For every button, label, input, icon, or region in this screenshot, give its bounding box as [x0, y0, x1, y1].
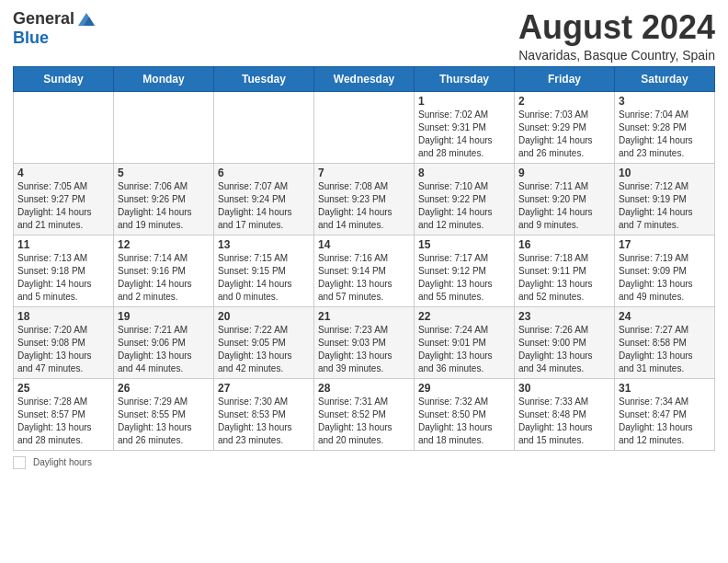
- day-number: 13: [218, 238, 310, 251]
- day-cell: 31Sunrise: 7:34 AM Sunset: 8:47 PM Dayli…: [615, 378, 715, 450]
- day-number: 12: [118, 238, 210, 251]
- day-info: Sunrise: 7:11 AM Sunset: 9:20 PM Dayligh…: [518, 180, 610, 232]
- day-info: Sunrise: 7:28 AM Sunset: 8:57 PM Dayligh…: [17, 396, 109, 447]
- day-header-saturday: Saturday: [615, 66, 715, 91]
- day-cell: 25Sunrise: 7:28 AM Sunset: 8:57 PM Dayli…: [14, 378, 114, 450]
- day-number: 14: [318, 238, 410, 251]
- day-info: Sunrise: 7:06 AM Sunset: 9:26 PM Dayligh…: [118, 180, 210, 232]
- day-info: Sunrise: 7:15 AM Sunset: 9:15 PM Dayligh…: [218, 252, 310, 304]
- week-row-3: 18Sunrise: 7:20 AM Sunset: 9:08 PM Dayli…: [14, 306, 715, 378]
- day-number: 24: [619, 310, 711, 323]
- day-cell: 22Sunrise: 7:24 AM Sunset: 9:01 PM Dayli…: [415, 306, 515, 378]
- day-cell: 21Sunrise: 7:23 AM Sunset: 9:03 PM Dayli…: [314, 306, 415, 378]
- day-info: Sunrise: 7:22 AM Sunset: 9:05 PM Dayligh…: [218, 324, 310, 375]
- day-number: 1: [418, 95, 510, 108]
- logo-general-text: General: [13, 10, 74, 29]
- day-info: Sunrise: 7:07 AM Sunset: 9:24 PM Dayligh…: [218, 180, 310, 232]
- day-header-thursday: Thursday: [415, 66, 515, 91]
- day-info: Sunrise: 7:26 AM Sunset: 9:00 PM Dayligh…: [518, 324, 610, 375]
- day-number: 25: [17, 382, 109, 395]
- page: General Blue August 2024 Navaridas, Basq…: [0, 0, 728, 563]
- day-info: Sunrise: 7:08 AM Sunset: 9:23 PM Dayligh…: [318, 180, 410, 232]
- day-info: Sunrise: 7:13 AM Sunset: 9:18 PM Dayligh…: [17, 252, 109, 304]
- day-number: 16: [518, 238, 610, 251]
- day-cell: 1Sunrise: 7:02 AM Sunset: 9:31 PM Daylig…: [415, 91, 515, 163]
- day-number: 19: [118, 310, 210, 323]
- day-cell: 30Sunrise: 7:33 AM Sunset: 8:48 PM Dayli…: [515, 378, 615, 450]
- day-cell: 26Sunrise: 7:29 AM Sunset: 8:55 PM Dayli…: [114, 378, 214, 450]
- week-row-4: 25Sunrise: 7:28 AM Sunset: 8:57 PM Dayli…: [14, 378, 715, 450]
- day-cell: 8Sunrise: 7:10 AM Sunset: 9:22 PM Daylig…: [415, 163, 515, 235]
- day-number: 22: [418, 310, 510, 323]
- day-number: 18: [17, 310, 109, 323]
- logo: General Blue: [13, 9, 97, 48]
- header: General Blue August 2024 Navaridas, Basq…: [13, 9, 715, 63]
- day-cell: 11Sunrise: 7:13 AM Sunset: 9:18 PM Dayli…: [14, 235, 114, 306]
- daylight-label: Daylight hours: [33, 457, 92, 467]
- day-info: Sunrise: 7:31 AM Sunset: 8:52 PM Dayligh…: [318, 396, 410, 447]
- day-header-monday: Monday: [114, 66, 214, 91]
- day-cell: 15Sunrise: 7:17 AM Sunset: 9:12 PM Dayli…: [415, 235, 515, 306]
- day-header-wednesday: Wednesday: [314, 66, 415, 91]
- daylight-box: [13, 456, 26, 469]
- day-info: Sunrise: 7:12 AM Sunset: 9:19 PM Dayligh…: [619, 180, 711, 232]
- day-cell: 2Sunrise: 7:03 AM Sunset: 9:29 PM Daylig…: [515, 91, 615, 163]
- day-cell: 4Sunrise: 7:05 AM Sunset: 9:27 PM Daylig…: [14, 163, 114, 235]
- calendar-table: SundayMondayTuesdayWednesdayThursdayFrid…: [13, 66, 715, 451]
- day-cell: [14, 91, 114, 163]
- day-number: 5: [118, 167, 210, 179]
- day-cell: 20Sunrise: 7:22 AM Sunset: 9:05 PM Dayli…: [214, 306, 314, 378]
- day-cell: 10Sunrise: 7:12 AM Sunset: 9:19 PM Dayli…: [615, 163, 715, 235]
- day-number: 21: [318, 310, 410, 323]
- day-cell: 12Sunrise: 7:14 AM Sunset: 9:16 PM Dayli…: [114, 235, 214, 306]
- day-number: 27: [218, 382, 310, 395]
- day-info: Sunrise: 7:14 AM Sunset: 9:16 PM Dayligh…: [118, 252, 210, 304]
- day-header-friday: Friday: [515, 66, 615, 91]
- day-info: Sunrise: 7:05 AM Sunset: 9:27 PM Dayligh…: [17, 180, 109, 232]
- day-cell: [214, 91, 314, 163]
- day-cell: 28Sunrise: 7:31 AM Sunset: 8:52 PM Dayli…: [314, 378, 415, 450]
- day-info: Sunrise: 7:27 AM Sunset: 8:58 PM Dayligh…: [619, 324, 711, 375]
- day-info: Sunrise: 7:30 AM Sunset: 8:53 PM Dayligh…: [218, 396, 310, 447]
- footer: Daylight hours: [13, 456, 715, 469]
- day-cell: 18Sunrise: 7:20 AM Sunset: 9:08 PM Dayli…: [14, 306, 114, 378]
- day-cell: 3Sunrise: 7:04 AM Sunset: 9:28 PM Daylig…: [615, 91, 715, 163]
- day-info: Sunrise: 7:23 AM Sunset: 9:03 PM Dayligh…: [318, 324, 410, 375]
- day-cell: 24Sunrise: 7:27 AM Sunset: 8:58 PM Dayli…: [615, 306, 715, 378]
- day-info: Sunrise: 7:16 AM Sunset: 9:14 PM Dayligh…: [318, 252, 410, 304]
- day-number: 28: [318, 382, 410, 395]
- day-cell: [314, 91, 415, 163]
- day-number: 7: [318, 167, 410, 179]
- day-info: Sunrise: 7:33 AM Sunset: 8:48 PM Dayligh…: [518, 396, 610, 447]
- day-number: 29: [418, 382, 510, 395]
- subtitle: Navaridas, Basque Country, Spain: [518, 48, 715, 63]
- day-cell: 19Sunrise: 7:21 AM Sunset: 9:06 PM Dayli…: [114, 306, 214, 378]
- day-number: 6: [218, 167, 310, 179]
- day-cell: 9Sunrise: 7:11 AM Sunset: 9:20 PM Daylig…: [515, 163, 615, 235]
- day-info: Sunrise: 7:03 AM Sunset: 9:29 PM Dayligh…: [518, 109, 610, 160]
- day-number: 26: [118, 382, 210, 395]
- day-number: 2: [518, 95, 610, 108]
- main-title: August 2024: [518, 9, 715, 46]
- day-cell: 6Sunrise: 7:07 AM Sunset: 9:24 PM Daylig…: [214, 163, 314, 235]
- day-info: Sunrise: 7:21 AM Sunset: 9:06 PM Dayligh…: [118, 324, 210, 375]
- day-cell: 29Sunrise: 7:32 AM Sunset: 8:50 PM Dayli…: [415, 378, 515, 450]
- title-block: August 2024 Navaridas, Basque Country, S…: [518, 9, 715, 63]
- day-cell: 17Sunrise: 7:19 AM Sunset: 9:09 PM Dayli…: [615, 235, 715, 306]
- day-cell: 23Sunrise: 7:26 AM Sunset: 9:00 PM Dayli…: [515, 306, 615, 378]
- calendar-header-row: SundayMondayTuesdayWednesdayThursdayFrid…: [14, 66, 715, 91]
- day-info: Sunrise: 7:10 AM Sunset: 9:22 PM Dayligh…: [418, 180, 510, 232]
- week-row-0: 1Sunrise: 7:02 AM Sunset: 9:31 PM Daylig…: [14, 91, 715, 163]
- day-cell: 13Sunrise: 7:15 AM Sunset: 9:15 PM Dayli…: [214, 235, 314, 306]
- day-number: 9: [518, 167, 610, 179]
- day-info: Sunrise: 7:34 AM Sunset: 8:47 PM Dayligh…: [619, 396, 711, 447]
- day-cell: 14Sunrise: 7:16 AM Sunset: 9:14 PM Dayli…: [314, 235, 415, 306]
- day-info: Sunrise: 7:19 AM Sunset: 9:09 PM Dayligh…: [619, 252, 711, 304]
- day-number: 23: [518, 310, 610, 323]
- day-cell: 16Sunrise: 7:18 AM Sunset: 9:11 PM Dayli…: [515, 235, 615, 306]
- day-cell: 5Sunrise: 7:06 AM Sunset: 9:26 PM Daylig…: [114, 163, 214, 235]
- day-info: Sunrise: 7:17 AM Sunset: 9:12 PM Dayligh…: [418, 252, 510, 304]
- day-number: 31: [619, 382, 711, 395]
- day-number: 11: [17, 238, 109, 251]
- day-cell: 7Sunrise: 7:08 AM Sunset: 9:23 PM Daylig…: [314, 163, 415, 235]
